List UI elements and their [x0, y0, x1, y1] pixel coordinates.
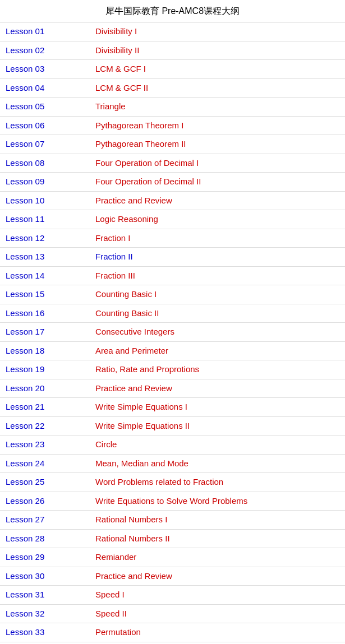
table-row: Lesson 10Practice and Review [0, 191, 345, 210]
lesson-topic: Pythagorean Theorem II [90, 135, 345, 154]
lesson-number: Lesson 26 [0, 492, 90, 511]
table-row: Lesson 26Write Equations to Solve Word P… [0, 492, 345, 511]
lesson-number: Lesson 14 [0, 266, 90, 285]
lesson-topic: Circle [90, 435, 345, 455]
lesson-topic: Counting Basic I [90, 285, 345, 304]
lesson-number: Lesson 02 [0, 41, 90, 60]
lesson-topic: Consecutive Integers [90, 323, 345, 342]
table-row: Lesson 34Combination [0, 642, 345, 644]
lesson-number: Lesson 04 [0, 78, 90, 98]
lesson-number: Lesson 10 [0, 191, 90, 210]
lesson-number: Lesson 16 [0, 304, 90, 323]
lesson-number: Lesson 33 [0, 623, 90, 642]
table-row: Lesson 21Write Simple Equations I [0, 398, 345, 417]
lesson-number: Lesson 24 [0, 454, 90, 473]
lesson-topic: Speed I [90, 586, 345, 605]
lesson-number: Lesson 15 [0, 285, 90, 304]
table-row: Lesson 27Rational Numbers I [0, 511, 345, 530]
lesson-topic: Fraction II [90, 248, 345, 267]
lesson-topic: Logic Reasoning [90, 210, 345, 229]
lesson-number: Lesson 18 [0, 341, 90, 360]
lesson-topic: Divisibility I [90, 22, 345, 41]
lesson-topic: Counting Basic II [90, 304, 345, 323]
lesson-number: Lesson 06 [0, 116, 90, 135]
table-row: Lesson 25Word Problems related to Fracti… [0, 473, 345, 492]
table-row: Lesson 08Four Operation of Decimal I [0, 154, 345, 173]
lesson-number: Lesson 30 [0, 567, 90, 586]
table-row: Lesson 20Practice and Review [0, 379, 345, 398]
lesson-number: Lesson 34 [0, 642, 90, 644]
lesson-topic: Permutation [90, 623, 345, 642]
table-row: Lesson 23Circle [0, 435, 345, 455]
page-title: 犀牛国际教育 Pre-AMC8课程大纲 [0, 0, 345, 22]
lesson-topic: Word Problems related to Fraction [90, 473, 345, 492]
lesson-topic: Write Simple Equations II [90, 416, 345, 435]
lesson-topic: Four Operation of Decimal I [90, 154, 345, 173]
lesson-number: Lesson 27 [0, 511, 90, 530]
table-row: Lesson 06Pythagorean Theorem I [0, 116, 345, 135]
lesson-topic: Write Simple Equations I [90, 398, 345, 417]
table-row: Lesson 07Pythagorean Theorem II [0, 135, 345, 154]
lesson-topic: Remiander [90, 548, 345, 567]
lesson-number: Lesson 12 [0, 229, 90, 248]
table-row: Lesson 17Consecutive Integers [0, 323, 345, 342]
table-row: Lesson 03LCM & GCF I [0, 60, 345, 79]
lesson-number: Lesson 17 [0, 323, 90, 342]
table-row: Lesson 16Counting Basic II [0, 304, 345, 323]
lesson-number: Lesson 08 [0, 154, 90, 173]
table-row: Lesson 24Mean, Median and Mode [0, 454, 345, 473]
lesson-topic: Pythagorean Theorem I [90, 116, 345, 135]
lesson-topic: Fraction I [90, 229, 345, 248]
table-row: Lesson 02Divisibility II [0, 41, 345, 60]
table-row: Lesson 05Triangle [0, 98, 345, 117]
lesson-topic: Practice and Review [90, 191, 345, 210]
lesson-number: Lesson 21 [0, 398, 90, 417]
lesson-number: Lesson 28 [0, 529, 90, 548]
lesson-topic: Write Equations to Solve Word Problems [90, 492, 345, 511]
table-row: Lesson 32Speed II [0, 604, 345, 623]
lesson-topic: Practice and Review [90, 379, 345, 398]
lesson-topic: Rational Numbers II [90, 529, 345, 548]
lesson-number: Lesson 11 [0, 210, 90, 229]
lesson-number: Lesson 25 [0, 473, 90, 492]
lesson-number: Lesson 07 [0, 135, 90, 154]
table-row: Lesson 14Fraction III [0, 266, 345, 285]
lesson-number: Lesson 13 [0, 248, 90, 267]
lesson-topic: Triangle [90, 98, 345, 117]
table-row: Lesson 11Logic Reasoning [0, 210, 345, 229]
lesson-number: Lesson 22 [0, 416, 90, 435]
lesson-topic: Fraction III [90, 266, 345, 285]
lesson-topic: Divisibility II [90, 41, 345, 60]
lesson-topic: Speed II [90, 604, 345, 623]
table-row: Lesson 28Rational Numbers II [0, 529, 345, 548]
table-row: Lesson 15Counting Basic I [0, 285, 345, 304]
lesson-number: Lesson 20 [0, 379, 90, 398]
lesson-number: Lesson 23 [0, 435, 90, 455]
table-row: Lesson 22Write Simple Equations II [0, 416, 345, 435]
table-row: Lesson 33Permutation [0, 623, 345, 642]
lesson-topic: Area and Perimeter [90, 341, 345, 360]
lesson-number: Lesson 32 [0, 604, 90, 623]
lesson-number: Lesson 01 [0, 22, 90, 41]
lesson-topic: Combination [90, 642, 345, 644]
table-row: Lesson 31Speed I [0, 586, 345, 605]
lesson-number: Lesson 31 [0, 586, 90, 605]
lesson-topic: Ratio, Rate and Proprotions [90, 360, 345, 379]
table-row: Lesson 18Area and Perimeter [0, 341, 345, 360]
lesson-number: Lesson 29 [0, 548, 90, 567]
lesson-table: Lesson 01Divisibility ILesson 02Divisibi… [0, 22, 345, 644]
lesson-topic: Practice and Review [90, 567, 345, 586]
lesson-topic: Mean, Median and Mode [90, 454, 345, 473]
table-row: Lesson 04LCM & GCF II [0, 78, 345, 98]
lesson-number: Lesson 09 [0, 173, 90, 192]
lesson-topic: LCM & GCF I [90, 60, 345, 79]
lesson-topic: LCM & GCF II [90, 78, 345, 98]
lesson-number: Lesson 19 [0, 360, 90, 379]
table-row: Lesson 09Four Operation of Decimal II [0, 173, 345, 192]
lesson-topic: Four Operation of Decimal II [90, 173, 345, 192]
lesson-number: Lesson 05 [0, 98, 90, 117]
table-row: Lesson 29Remiander [0, 548, 345, 567]
table-row: Lesson 30Practice and Review [0, 567, 345, 586]
table-row: Lesson 13Fraction II [0, 248, 345, 267]
lesson-topic: Rational Numbers I [90, 511, 345, 530]
